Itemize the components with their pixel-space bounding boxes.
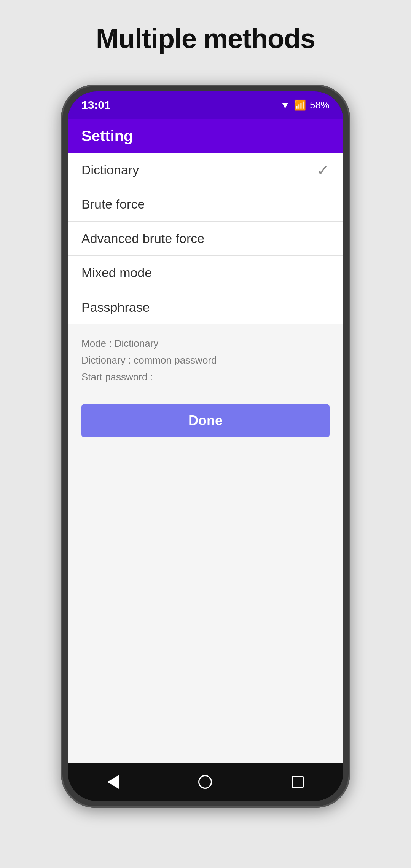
menu-item-mixed-mode-label: Mixed mode xyxy=(81,265,152,280)
status-time: 13:01 xyxy=(81,99,111,112)
menu-item-brute-force[interactable]: Brute force xyxy=(68,187,343,222)
content-area: Dictionary ✓ Brute force Advanced brute … xyxy=(68,153,343,763)
phone-frame: 13:01 ▼ 📶 58% Setting Dictionary ✓ xyxy=(61,85,350,808)
wifi-icon: ▼ xyxy=(280,99,290,111)
content-fill xyxy=(68,445,343,763)
phone-inner: 13:01 ▼ 📶 58% Setting Dictionary ✓ xyxy=(68,91,343,801)
menu-item-advanced-brute-force[interactable]: Advanced brute force xyxy=(68,222,343,256)
dictionary-check-icon: ✓ xyxy=(317,161,330,179)
menu-item-passphrase-label: Passphrase xyxy=(81,300,150,315)
info-line-mode: Mode : Dictionary xyxy=(81,335,330,352)
status-bar: 13:01 ▼ 📶 58% xyxy=(68,91,343,119)
menu-item-passphrase[interactable]: Passphrase xyxy=(68,290,343,324)
done-button[interactable]: Done xyxy=(81,404,330,437)
app-bar-title: Setting xyxy=(81,128,133,145)
info-line-start-password: Start password : xyxy=(81,369,330,385)
back-icon xyxy=(107,775,119,789)
menu-item-dictionary-label: Dictionary xyxy=(81,163,139,177)
menu-item-mixed-mode[interactable]: Mixed mode xyxy=(68,256,343,290)
app-bar: Setting xyxy=(68,119,343,153)
info-section: Mode : Dictionary Dictionary : common pa… xyxy=(68,324,343,396)
nav-back-button[interactable] xyxy=(107,775,119,789)
status-icons: ▼ 📶 58% xyxy=(280,99,330,111)
menu-item-advanced-brute-force-label: Advanced brute force xyxy=(81,231,204,246)
signal-icon: 📶 xyxy=(294,99,306,111)
menu-list: Dictionary ✓ Brute force Advanced brute … xyxy=(68,153,343,324)
home-icon xyxy=(198,775,212,789)
nav-home-button[interactable] xyxy=(198,775,212,789)
page-title: Multiple methods xyxy=(96,23,315,54)
recents-icon xyxy=(292,776,304,788)
battery-text: 58% xyxy=(310,99,330,111)
menu-item-dictionary[interactable]: Dictionary ✓ xyxy=(68,153,343,187)
nav-bar xyxy=(68,763,343,801)
info-line-dictionary: Dictionary : common password xyxy=(81,352,330,369)
nav-recents-button[interactable] xyxy=(292,776,304,788)
menu-item-brute-force-label: Brute force xyxy=(81,197,145,212)
